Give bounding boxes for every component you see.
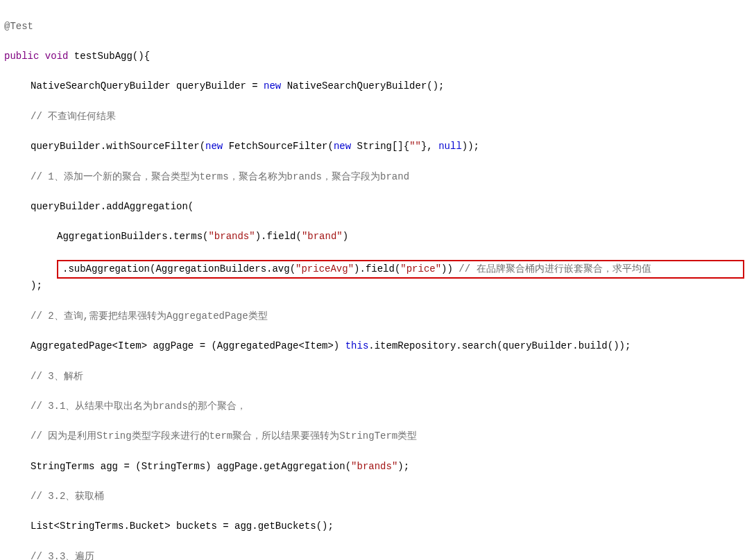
code-text: ).field( bbox=[354, 263, 400, 274]
code-text: List<StringTerms.Bucket> buckets = agg.g… bbox=[31, 520, 334, 532]
kw-new: new bbox=[205, 141, 223, 152]
comment: // 3.3、遍历 bbox=[31, 551, 94, 560]
code-text: )) bbox=[441, 263, 459, 274]
kw-this: this bbox=[345, 340, 369, 351]
code-text: .subAggregation(AggregationBuilders.avg( bbox=[62, 263, 295, 274]
comment: // 因为是利用String类型字段来进行的term聚合，所以结果要强转为Str… bbox=[31, 430, 417, 441]
code-text: ) bbox=[343, 231, 348, 242]
comment: // 3.2、获取桶 bbox=[31, 491, 104, 502]
highlighted-line: .subAggregation(AggregationBuilders.avg(… bbox=[57, 260, 744, 279]
code-text: queryBuilder.addAggregation( bbox=[31, 201, 194, 212]
code-text: NativeSearchQueryBuilder(); bbox=[281, 80, 444, 91]
comment: // 在品牌聚合桶内进行嵌套聚合，求平均值 bbox=[459, 263, 651, 274]
code-text: )); bbox=[462, 141, 479, 152]
string: "brands" bbox=[351, 461, 397, 472]
kw-new: new bbox=[334, 141, 351, 152]
code-text: queryBuilder.withSourceFilter( bbox=[31, 141, 205, 152]
code-text: String[]{ bbox=[351, 141, 409, 152]
code-text: AggregatedPage<Item> aggPage = (Aggregat… bbox=[31, 340, 345, 351]
code-text: AggregationBuilders.terms( bbox=[57, 231, 208, 242]
string: "brand" bbox=[302, 231, 343, 242]
string: "priceAvg" bbox=[295, 263, 354, 274]
annotation: @Test bbox=[4, 21, 33, 32]
string: "" bbox=[409, 141, 421, 152]
kw-new: new bbox=[264, 80, 281, 91]
code-text: FetchSourceFilter( bbox=[223, 141, 334, 152]
comment: // 2、查询,需要把结果强转为AggregatedPage类型 bbox=[31, 310, 268, 322]
comment: // 3.1、从结果中取出名为brands的那个聚合， bbox=[31, 401, 246, 412]
code-text: ); bbox=[31, 280, 42, 291]
code-text: }, bbox=[421, 141, 438, 152]
comment: // 不查询任何结果 bbox=[31, 111, 116, 122]
kw-void: void bbox=[45, 51, 69, 62]
code-text: ).field( bbox=[255, 231, 302, 242]
comment: // 3、解析 bbox=[31, 371, 83, 382]
code-block: @Test public void testSubAgg(){ NativeSe… bbox=[4, 4, 750, 560]
kw-null: null bbox=[438, 141, 462, 152]
code-text: StringTerms agg = (StringTerms) aggPage.… bbox=[31, 461, 351, 472]
string: "brands" bbox=[208, 231, 255, 242]
code-text: ); bbox=[397, 461, 409, 472]
comment: // 1、添加一个新的聚合，聚合类型为terms，聚合名称为brands，聚合字… bbox=[31, 171, 409, 182]
string: "price" bbox=[400, 263, 441, 274]
code-text: NativeSearchQueryBuilder queryBuilder = bbox=[31, 80, 264, 91]
method-name: testSubAgg bbox=[74, 51, 132, 62]
code-text: .itemRepository.search(queryBuilder.buil… bbox=[368, 340, 631, 351]
kw-public: public bbox=[4, 51, 39, 62]
